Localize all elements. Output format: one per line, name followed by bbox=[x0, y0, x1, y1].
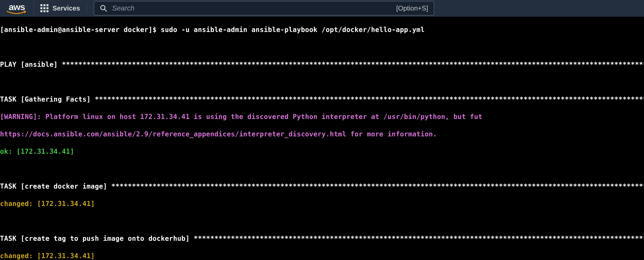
terminal-output[interactable]: [ansible-admin@ansible-server docker]$ s… bbox=[0, 16, 644, 260]
changed-label: changed: bbox=[0, 252, 37, 260]
changed-host: [172.31.34.41] bbox=[37, 252, 95, 260]
search-icon bbox=[100, 4, 107, 12]
star-fill: ****************************************… bbox=[194, 235, 644, 242]
task-create-tag-header: TASK [create tag to push image onto dock… bbox=[0, 235, 194, 242]
changed-host: [172.31.34.41] bbox=[37, 200, 95, 207]
warning-line-1: [WARNING]: Platform linux on host 172.31… bbox=[0, 113, 482, 121]
warning-line-2: https://docs.ansible.com/ansible/2.9/ref… bbox=[0, 130, 437, 138]
search-input[interactable] bbox=[112, 4, 391, 12]
services-grid-icon bbox=[40, 4, 48, 12]
gather-ok-host: [172.31.34.41] bbox=[16, 147, 74, 155]
services-label: Services bbox=[52, 4, 80, 12]
aws-logo[interactable]: aws bbox=[5, 0, 34, 16]
search-shortcut: [Option+S] bbox=[396, 4, 428, 12]
star-fill: ****************************************… bbox=[62, 61, 644, 68]
task-create-image-header: TASK [create docker image] bbox=[0, 182, 111, 190]
star-fill: ****************************************… bbox=[111, 182, 644, 190]
changed-label: changed: bbox=[0, 200, 37, 207]
services-menu[interactable]: Services bbox=[40, 4, 87, 12]
aws-logo-text: aws bbox=[9, 2, 25, 12]
gather-ok-label: ok: bbox=[0, 147, 16, 155]
typed-command: sudo -u ansible-admin ansible-playbook /… bbox=[161, 26, 425, 33]
svg-line-1 bbox=[104, 9, 106, 11]
play-header: PLAY [ansible] bbox=[0, 61, 62, 68]
star-fill: ****************************************… bbox=[95, 95, 644, 103]
task-gather-header: TASK [Gathering Facts] bbox=[0, 95, 95, 103]
terminal-prompt: [ansible-admin@ansible-server docker]$ bbox=[0, 26, 161, 33]
global-search[interactable]: [Option+S] bbox=[94, 1, 434, 15]
aws-smile-icon bbox=[7, 11, 27, 15]
aws-console-header: aws Services [Option+S] bbox=[0, 0, 644, 16]
